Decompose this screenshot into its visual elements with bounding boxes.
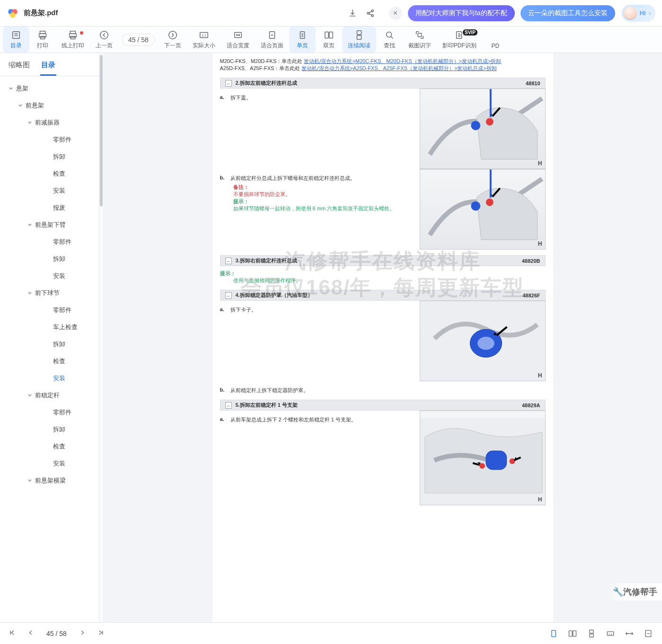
document-title: 前悬架.pdf (24, 9, 58, 18)
toolbar-fit-page-label: 适合页面 (261, 42, 283, 50)
promo-pill-2[interactable]: 云一朵的截图工具怎么安装 (521, 5, 615, 21)
bottom-double-page-button[interactable] (567, 628, 578, 639)
toc-icon (11, 29, 21, 41)
toolbar-double-button[interactable]: 双页 (316, 27, 342, 53)
svg-rect-37 (485, 451, 506, 470)
outline-node[interactable]: 前减振器 (0, 114, 99, 131)
collapse-icon[interactable]: – (225, 80, 232, 87)
prev-page-button[interactable] (27, 629, 34, 637)
promo-pill-1[interactable]: 用配对大师测下我与ta的配不配 (408, 5, 515, 21)
next-page-button[interactable] (79, 629, 86, 637)
outline-node-label: 前悬架横梁 (35, 476, 66, 485)
outline-node[interactable]: 零部件 (0, 233, 99, 250)
last-page-button[interactable] (98, 629, 105, 637)
tab-thumbnails[interactable]: 缩略图 (8, 58, 31, 76)
svg-rect-20 (325, 32, 328, 38)
chevron-down-icon (27, 291, 35, 295)
bottom-continuous-button[interactable] (586, 628, 597, 639)
toolbar-print-button[interactable]: 打印 (29, 27, 56, 53)
promo-pill-2-label: 云一朵的截图工具怎么安装 (528, 9, 608, 18)
toolbar-copy-ocr-button[interactable]: 影印PDF识别 SVIP (437, 27, 482, 53)
outline-node[interactable]: 前悬架下臂 (0, 216, 99, 233)
toolbar-fit-w-button[interactable]: 适合宽度 (221, 27, 255, 53)
outline-node-label: 前稳定杆 (35, 391, 60, 400)
collapse-icon[interactable]: – (225, 258, 232, 264)
bottom-single-page-button[interactable] (548, 628, 559, 639)
outline-node[interactable]: 检查 (0, 438, 99, 455)
step: b. 从前稳定杆上拆下稳定器防护罩。 (220, 387, 546, 394)
outline-node[interactable]: 拆卸 (0, 148, 99, 165)
outline-node[interactable]: 前下球节 (0, 285, 99, 302)
figure: H (420, 89, 546, 169)
share-icon[interactable] (363, 6, 378, 20)
sidebar-scrollbar[interactable] (99, 53, 103, 622)
outline-node[interactable]: 检查 (0, 165, 99, 182)
step-text: 拆下卡子。 (230, 306, 256, 313)
toolbar-single-button[interactable]: 单页 (289, 27, 316, 53)
outline-node[interactable]: 安装 (0, 455, 99, 472)
pdf-page: M20C-FKS、M20D-FKS：单击此处 发动机/混合动力系统>M20C-F… (212, 53, 553, 622)
svg-rect-21 (329, 32, 333, 38)
first-page-button[interactable] (9, 629, 15, 637)
svg-rect-40 (552, 630, 556, 636)
figure: H (420, 301, 546, 381)
section-header: – 4.拆卸稳定器防护罩（汽油车型） 48826F (220, 290, 546, 301)
outline-node[interactable]: 检查 (0, 353, 99, 370)
chev-l-icon (99, 29, 109, 41)
document-viewport[interactable]: M20C-FKS、M20D-FKS：单击此处 发动机/混合动力系统>M20C-F… (103, 53, 662, 622)
toolbar-print-online-button[interactable]: 线上打印 (56, 27, 90, 53)
toolbar-pdf-truncated-button[interactable]: PD (482, 27, 509, 53)
step-text: 拆下盖。 (230, 94, 251, 101)
sidebar-tabs: 缩略图 目录 (0, 53, 99, 76)
app-logo (7, 7, 19, 19)
collapse-icon[interactable]: – (225, 292, 232, 299)
outline-node-label: 零部件 (53, 238, 71, 246)
print-icon (68, 29, 78, 41)
outline-node[interactable]: 悬架 (0, 80, 99, 97)
double-icon (324, 29, 334, 41)
toolbar-actual-button[interactable]: 1:1 实际大小 (187, 27, 221, 53)
bottom-fit-page-button[interactable] (643, 628, 653, 639)
toolbar-find-label: 查找 (384, 42, 395, 50)
toolbar-actual-label: 实际大小 (193, 42, 215, 50)
outline-node-label: 拆卸 (53, 425, 65, 434)
toolbar-toc-button[interactable]: 目录 (3, 27, 29, 53)
section-code: 48829A (522, 402, 540, 408)
engine-reference-link[interactable]: 发动机/混合动力系统>M20C-FKS、M20D-FKS（发动机机械部分）>发动… (304, 58, 501, 64)
download-icon[interactable] (345, 6, 360, 20)
outline-node[interactable]: 零部件 (0, 302, 99, 319)
toolbar-find-button[interactable]: 查找 (376, 27, 403, 53)
toolbar-fit-page-button[interactable]: 适合页面 (255, 27, 289, 53)
outline-node[interactable]: 前稳定杆 (0, 387, 99, 404)
assistant-avatar-icon (624, 7, 637, 20)
outline-node[interactable]: 报废 (0, 199, 99, 216)
outline-node[interactable]: 拆卸 (0, 421, 99, 438)
outline-node[interactable]: 安装 (0, 268, 99, 285)
toolbar-ocr-button[interactable]: 截图识字 (403, 27, 437, 53)
outline-node[interactable]: 安装 (0, 370, 99, 387)
toolbar-next-page-button[interactable]: 下一页 (159, 27, 187, 53)
engine-reference-link[interactable]: 发动机/混合动力系统>A25D-FXS、A25F-FXS（发动机机械部分）>发动… (301, 65, 496, 71)
bottom-fit-width-button[interactable] (624, 628, 635, 639)
toolbar-double-label: 双页 (323, 42, 335, 50)
assistant-badge[interactable]: Hi › (622, 5, 655, 22)
chevron-right-icon: › (649, 9, 651, 17)
toolbar-ocr-label: 截图识字 (408, 42, 431, 50)
collapse-icon[interactable]: – (225, 402, 232, 409)
outline-node[interactable]: 零部件 (0, 131, 99, 148)
fit-page-icon (267, 29, 277, 41)
toolbar-toc-label: 目录 (10, 42, 22, 50)
toolbar-prev-page-button[interactable]: 上一页 (90, 27, 118, 53)
tab-toc[interactable]: 目录 (40, 58, 56, 76)
close-pill-button[interactable]: ✕ (389, 7, 402, 20)
outline-node[interactable]: 零部件 (0, 404, 99, 421)
toolbar-cont-button[interactable]: 连续阅读 (342, 27, 376, 53)
outline-node[interactable]: 拆卸 (0, 250, 99, 268)
outline-node[interactable]: 前悬架横梁 (0, 472, 99, 489)
outline-node[interactable]: 安装 (0, 182, 99, 199)
outline-node[interactable]: 前悬架 (0, 97, 99, 114)
outline-node[interactable]: 车上检查 (0, 319, 99, 336)
svg-rect-22 (357, 31, 361, 35)
outline-node[interactable]: 拆卸 (0, 336, 99, 353)
bottom-actual-size-button[interactable]: 1:1 (605, 628, 616, 639)
